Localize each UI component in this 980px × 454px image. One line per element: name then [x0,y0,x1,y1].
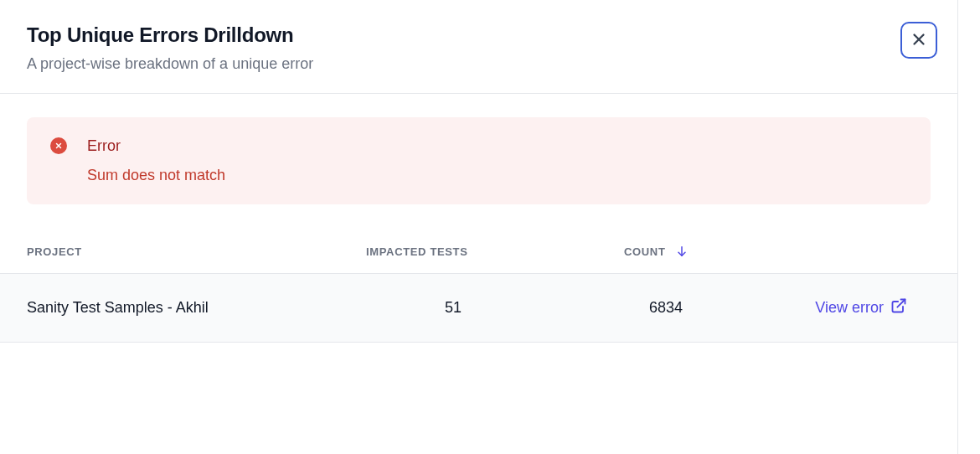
panel-content: Error Sum does not match PROJECT IMPACTE… [0,94,957,343]
error-message: Sum does not match [87,167,910,184]
projects-table: PROJECT IMPACTED TESTS COUNT Sanity Test… [0,231,957,343]
view-error-label: View error [815,299,884,317]
error-banner: Error Sum does not match [27,117,931,204]
view-error-link[interactable]: View error [815,297,907,318]
cell-count: 6834 [624,299,766,317]
svg-line-5 [897,300,905,307]
column-header-count-label: COUNT [624,245,665,258]
column-header-project[interactable]: PROJECT [27,245,366,258]
table-row[interactable]: Sanity Test Samples - Akhil 51 6834 View… [0,274,957,343]
external-link-icon [890,297,907,318]
close-button[interactable] [900,22,937,59]
error-circle-icon [50,137,67,154]
column-header-impacted-tests[interactable]: IMPACTED TESTS [366,245,624,258]
cell-project-name: Sanity Test Samples - Akhil [27,299,366,317]
page-subtitle: A project-wise breakdown of a unique err… [27,55,931,73]
sort-descending-icon [675,245,689,258]
table-header-row: PROJECT IMPACTED TESTS COUNT [0,231,957,274]
column-header-count[interactable]: COUNT [624,245,766,258]
panel-header: Top Unique Errors Drilldown A project-wi… [0,0,957,94]
page-title: Top Unique Errors Drilldown [27,23,931,47]
cell-impacted-tests: 51 [366,299,624,317]
error-title: Error [87,137,910,155]
drilldown-panel: Top Unique Errors Drilldown A project-wi… [0,0,958,454]
cell-action: View error [766,297,931,318]
close-icon [910,30,928,51]
